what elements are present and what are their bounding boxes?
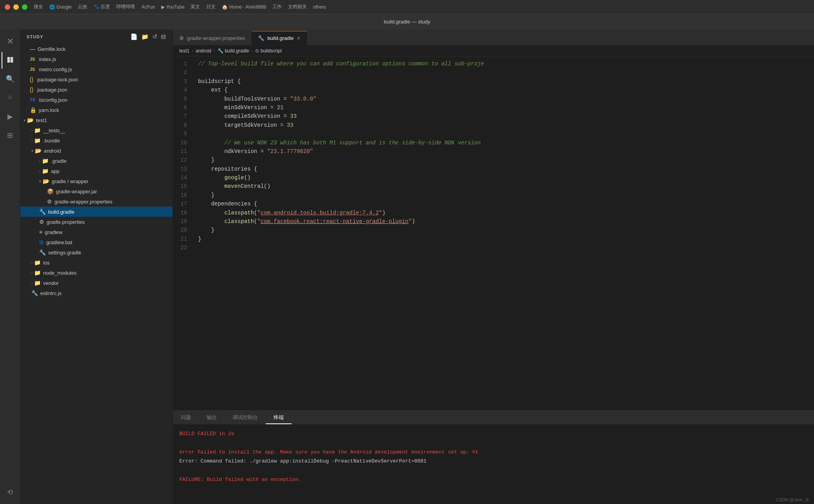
tree-item-bundle[interactable]: › 📁 .bundle [20, 135, 173, 146]
panel: 问题 输出 调试控制台 终端 BUILD FAILED in 2s error … [173, 410, 814, 504]
chevron-right-icon-gradle: › [39, 159, 40, 163]
breadcrumb-sep-3: › [251, 48, 253, 54]
breadcrumb-item-file[interactable]: 🔧 build.gradle [218, 48, 249, 54]
breadcrumb-item-android[interactable]: android [196, 48, 211, 54]
tree-item-build-gradle[interactable]: 🔧 build.gradle [20, 207, 173, 217]
chevron-down-icon: ▾ [23, 118, 25, 122]
tree-item-gradlew[interactable]: ≡ gradlew [20, 227, 173, 237]
panel-tab-terminal[interactable]: 终端 [266, 412, 292, 424]
tab-close-button[interactable]: ✕ [297, 36, 301, 41]
code-line-21: } [198, 235, 814, 243]
maximize-button[interactable] [22, 4, 27, 10]
tree-item-eslintrc[interactable]: 🔧 eslintrc.js [20, 288, 173, 298]
tree-item-settings-gradle[interactable]: 🔧 settings.gradle [20, 247, 173, 257]
terminal-line-1: BUILD FAILED in 2s [179, 429, 808, 438]
breadcrumb-item-buildscript[interactable]: ⊙ buildscript [255, 48, 281, 54]
tree-item-yarn-lock[interactable]: 🔒 yarn.lock [20, 105, 173, 115]
tree-item-android[interactable]: ▾ 📂 android [20, 146, 173, 156]
refresh-icon[interactable]: ↺ [152, 33, 158, 40]
ts-icon: TS [30, 97, 35, 102]
code-line-10: // We use NDK 23 which has both M1 suppo… [198, 139, 814, 147]
tree-item-label: gradlew [45, 229, 63, 235]
tree-item-tests[interactable]: › 📁 __tests__ [20, 125, 173, 135]
tree-item-tsconfig[interactable]: TS tsconfig.json [20, 95, 173, 105]
browser-tab[interactable]: AcFun [141, 4, 155, 10]
code-line-15: mavenCentral() [198, 182, 814, 191]
breadcrumb-item-test1[interactable]: test1 [179, 48, 189, 54]
tree-item-test1[interactable]: ▾ 📂 test1 [20, 115, 173, 125]
close-button[interactable] [5, 4, 10, 10]
tree-item-vendor[interactable]: › 📁 vendor [20, 278, 173, 288]
tree-item-gradlew-bat[interactable]: ⊞ gradlew.bat [20, 237, 173, 247]
tree-item-ios[interactable]: › 📁 ios [20, 257, 173, 268]
code-line-1: // Top-level build file where you can ad… [198, 59, 814, 68]
browser-tab[interactable]: 🐾 百度 [94, 4, 110, 10]
gemfile-lock-icon: — [30, 46, 35, 52]
tree-item-label: gradlew.bat [46, 239, 72, 245]
tab-build-gradle[interactable]: 🔧 build.gradle ✕ [252, 31, 307, 45]
collapse-icon[interactable]: ⊟ [161, 33, 166, 40]
code-line-14: google() [198, 173, 814, 182]
activity-cursor[interactable]: ✕ [2, 33, 19, 50]
panel-tab-output[interactable]: 输出 [199, 412, 225, 424]
browser-tab[interactable]: 工作 [272, 4, 282, 10]
tree-item-label: gradle.properties [47, 219, 85, 225]
activity-explorer[interactable] [2, 52, 19, 69]
tree-item-label: settings.gradle [48, 250, 81, 256]
code-line-12: } [198, 156, 814, 164]
tree-item-node-modules[interactable]: › 📁 node_modules [20, 268, 173, 278]
window-controls[interactable] [5, 4, 27, 10]
props-icon: ⚙ [47, 198, 52, 205]
browser-tab[interactable]: 🌐 Google [49, 4, 72, 10]
editor-area: ⚙ gradle-wrapper.properties 🔧 build.grad… [173, 30, 814, 504]
json-icon: {} [30, 76, 33, 83]
new-file-icon[interactable]: 📄 [130, 33, 138, 40]
activity-bar: ✕ 🔍 ⑂ ▶ ⊞ ⟲ [0, 30, 20, 504]
activity-git[interactable]: ⑂ [2, 89, 19, 106]
browser-tab[interactable]: ▶ YouTube [161, 4, 184, 10]
tree-item-label: eslintrc.js [40, 290, 61, 296]
tree-item-gemfile-lock[interactable]: — Gemfile.lock [20, 44, 173, 54]
browser-tab[interactable]: 文档相关 [288, 4, 307, 10]
tree-item-index-js[interactable]: JS index.js [20, 54, 173, 64]
js-icon: JS [30, 57, 35, 61]
tree-item-package-lock[interactable]: {} package-lock.json [20, 74, 173, 85]
browser-tab[interactable]: 云效 [78, 4, 87, 10]
browser-tab[interactable]: 哔哩哔哩 [116, 4, 135, 10]
browser-tab[interactable]: others [313, 4, 326, 10]
panel-tab-debug[interactable]: 调试控制台 [225, 412, 266, 424]
code-editor[interactable]: 12345 678910 1112131415 1617181920 2122 … [173, 56, 814, 410]
tab-label-terminal: 终端 [274, 414, 284, 421]
code-line-18: classpath("com.android.tools.build:gradl… [198, 209, 814, 217]
activity-run[interactable]: ▶ [2, 108, 19, 125]
minimize-button[interactable] [13, 4, 19, 10]
breadcrumb: test1 › android › 🔧 build.gradle › ⊙ bui… [173, 45, 814, 56]
tree-item-package-json[interactable]: {} package.json [20, 85, 173, 95]
tree-item-gradle-properties[interactable]: ⚙ gradle.properties [20, 217, 173, 227]
title-bar: build.gradle — study [0, 14, 814, 30]
tree-item-gradle-props[interactable]: ⚙ gradle-wrapper.properties [20, 196, 173, 207]
tree-item-label: Gemfile.lock [38, 46, 66, 52]
activity-search[interactable]: 🔍 [2, 70, 19, 88]
panel-tab-problems[interactable]: 问题 [173, 412, 199, 424]
browser-tab[interactable]: 搜全 [34, 4, 43, 10]
activity-remote[interactable]: ⟲ [2, 484, 19, 501]
line-numbers: 12345 678910 1112131415 1617181920 2122 [173, 56, 192, 410]
browser-tab[interactable]: 🏠 Home · Alvin9999 [222, 4, 266, 10]
tree-item-gradle-dir[interactable]: › 📁 .gradle [20, 156, 173, 166]
folder-icon-bundle: 📁 [34, 137, 41, 144]
tab-gradle-wrapper-props[interactable]: ⚙ gradle-wrapper.properties [173, 31, 252, 45]
tree-item-gradle-jar[interactable]: 📦 gradle-wrapper.jar [20, 186, 173, 196]
tree-item-label: android [44, 148, 61, 154]
browser-tab[interactable]: 英文 [191, 4, 200, 10]
new-folder-icon[interactable]: 📁 [141, 33, 149, 40]
tree-item-label: vendor [43, 280, 59, 286]
tree-item-gradle-wrapper[interactable]: ▾ 📂 gradle / wrapper [20, 176, 173, 186]
tree-item-app[interactable]: › 📁 app [20, 166, 173, 176]
app-container: ✕ 🔍 ⑂ ▶ ⊞ ⟲ STUDY 📄 📁 ↺ ⊟ — Gemfile.lock… [0, 30, 814, 504]
code-line-16: } [198, 191, 814, 200]
tree-item-metro-config[interactable]: JS metro.config.js [20, 64, 173, 74]
activity-extensions[interactable]: ⊞ [2, 127, 19, 144]
browser-tab[interactable]: 日文 [206, 4, 216, 10]
browser-bar: 搜全 🌐 Google 云效 🐾 百度 哔哩哔哩 AcFun ▶ YouTube… [0, 0, 814, 14]
